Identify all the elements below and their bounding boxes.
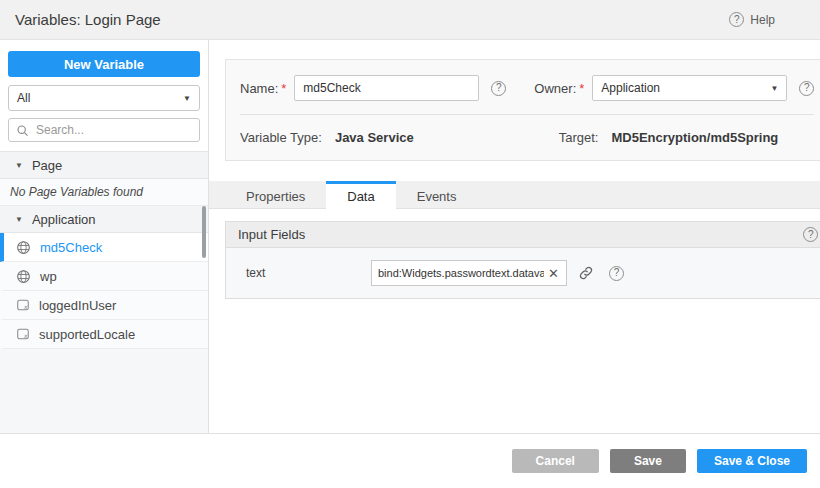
variable-type-value: Java Service (335, 130, 414, 145)
search-input[interactable] (34, 122, 192, 138)
input-fields-body: text ✕ ? (226, 248, 820, 298)
sidebar-scrollbar[interactable] (202, 206, 206, 258)
clear-bind-icon[interactable]: ✕ (546, 267, 566, 280)
help-circle-icon: ? (729, 12, 744, 27)
variable-type-label: Variable Type: (240, 130, 322, 145)
tree-section-page-label: Page (32, 158, 62, 173)
save-and-close-button[interactable]: Save & Close (697, 449, 807, 473)
tree-empty-space (0, 349, 208, 433)
chevron-down-icon: ▼ (183, 94, 191, 103)
java-service-icon (16, 240, 31, 255)
input-fields-help-icon[interactable]: ? (803, 227, 818, 242)
model-variable-icon: x (16, 327, 30, 341)
chevron-down-icon: ▼ (770, 84, 778, 93)
java-service-icon (16, 269, 31, 284)
variable-detail-panel: Name:* ? Owner:* Application ▼ ? Variabl… (209, 40, 820, 433)
svg-text:x: x (23, 332, 28, 339)
help-link[interactable]: ? Help (729, 12, 775, 27)
name-label: Name:* (240, 81, 286, 96)
tree-item-label: loggedInUser (39, 298, 116, 313)
input-field-row-text: text ✕ ? (226, 254, 820, 288)
tree-item-label: md5Check (40, 240, 102, 255)
cancel-button[interactable]: Cancel (512, 449, 599, 473)
owner-value: Application (601, 81, 660, 95)
variables-tree: ▼ Page No Page Variables found ▼ Applica… (0, 151, 208, 433)
tree-section-page[interactable]: ▼ Page (0, 152, 208, 179)
svg-text:x: x (23, 303, 28, 310)
tab-properties[interactable]: Properties (225, 181, 326, 208)
page-variables-empty-message: No Page Variables found (0, 179, 208, 206)
name-owner-row: Name:* ? Owner:* Application ▼ ? (226, 60, 820, 114)
variables-sidebar: New Variable All ▼ ▼ Page No Page Variab… (0, 40, 209, 433)
field-name-label: text (246, 266, 371, 280)
dialog-header: Variables: Login Page ? Help (0, 0, 820, 40)
collapse-triangle-icon: ▼ (15, 161, 23, 170)
tab-events[interactable]: Events (396, 181, 478, 208)
save-button[interactable]: Save (610, 449, 686, 473)
page-title: Variables: Login Page (15, 11, 161, 28)
help-label: Help (750, 13, 775, 27)
target-label: Target: (559, 130, 599, 145)
dialog-body: New Variable All ▼ ▼ Page No Page Variab… (0, 40, 820, 433)
bind-help-icon[interactable]: ? (609, 266, 624, 281)
owner-label: Owner:* (534, 81, 584, 96)
name-help-icon[interactable]: ? (491, 81, 506, 96)
name-input[interactable] (294, 75, 479, 101)
input-fields-header: Input Fields ? (226, 222, 820, 248)
tree-item-label: wp (40, 269, 57, 284)
input-fields-title: Input Fields (238, 227, 305, 242)
tab-data[interactable]: Data (326, 181, 395, 209)
input-fields-panel: Input Fields ? text ✕ ? (225, 221, 820, 299)
search-icon (16, 124, 29, 137)
variables-dialog: Variables: Login Page ? Help New Variabl… (0, 0, 820, 488)
bind-link-icon[interactable] (578, 265, 594, 281)
model-variable-icon: x (16, 298, 30, 312)
new-variable-button[interactable]: New Variable (8, 51, 200, 77)
tree-section-application[interactable]: ▼ Application (0, 206, 208, 233)
owner-help-icon[interactable]: ? (799, 81, 814, 96)
variable-filter-select[interactable]: All ▼ (8, 85, 200, 111)
target-value: MD5Encryption/md5Spring (611, 130, 778, 145)
type-target-row: Variable Type: Java Service Target: MD5E… (226, 115, 820, 160)
detail-tabbar: Properties Data Events (209, 181, 820, 209)
bind-value-field[interactable]: ✕ (371, 260, 567, 286)
collapse-triangle-icon: ▼ (15, 215, 23, 224)
variable-filter-value: All (17, 91, 30, 105)
tree-item-supportedlocale[interactable]: x supportedLocale (0, 320, 208, 349)
dialog-footer: Cancel Save Save & Close (0, 433, 820, 488)
required-marker: * (281, 81, 286, 96)
tree-item-loggedinuser[interactable]: x loggedInUser (0, 291, 208, 320)
owner-select[interactable]: Application ▼ (592, 75, 787, 101)
tree-item-md5check[interactable]: md5Check (0, 233, 208, 262)
tree-section-application-label: Application (32, 212, 96, 227)
variable-summary-panel: Name:* ? Owner:* Application ▼ ? Variabl… (225, 59, 820, 161)
bind-value-input[interactable] (372, 267, 546, 279)
tree-item-wp[interactable]: wp (0, 262, 208, 291)
required-marker: * (579, 81, 584, 96)
tree-item-label: supportedLocale (39, 327, 135, 342)
search-box[interactable] (8, 118, 200, 142)
